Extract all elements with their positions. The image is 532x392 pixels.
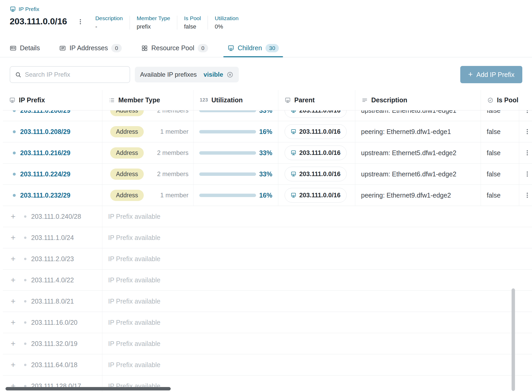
cell-ip-prefix: 203.111.0.224/29 <box>3 164 102 184</box>
add-available-prefix-button[interactable]: + <box>9 255 17 263</box>
add-available-prefix-button[interactable]: + <box>9 339 17 348</box>
tab-label: Children <box>238 44 262 52</box>
cell-parent: 203.111.0.0/16 <box>278 142 355 163</box>
parent-chip-label: 203.111.0.0/16 <box>299 170 341 178</box>
title-kebab-menu-button[interactable] <box>76 18 84 26</box>
member-type-badge: Address <box>110 147 144 159</box>
column-header-actions <box>519 90 532 110</box>
kebab-icon <box>524 149 531 156</box>
meta-is-pool: Is Pool false <box>184 15 201 30</box>
meta-value: false <box>184 23 201 30</box>
prefix-icon <box>9 97 15 103</box>
cell-ip-prefix: + 203.111.32.0/19 <box>3 333 102 354</box>
column-label: Parent <box>294 96 315 104</box>
available-prefix: 203.111.2.0/23 <box>31 255 74 263</box>
member-type-badge: Address <box>110 169 144 180</box>
grid-icon <box>141 45 148 52</box>
tab-ip-addresses[interactable]: IP Addresses 0 <box>55 39 126 57</box>
breadcrumb[interactable]: IP Prefix <box>10 5 39 13</box>
ip-prefix-link[interactable]: 203.111.0.232/29 <box>20 192 70 199</box>
cell-utilization: 16% <box>193 121 278 142</box>
available-label: IP Prefix available <box>108 255 160 263</box>
filter-label: Available IP prefixes <box>140 71 197 78</box>
parent-chip[interactable]: 203.111.0.0/16 <box>285 167 347 181</box>
tab-details[interactable]: Details <box>5 39 44 57</box>
tab-count-badge: 0 <box>111 44 122 52</box>
parent-chip-label: 203.111.0.0/16 <box>299 192 341 199</box>
cell-is-pool: false <box>481 142 519 163</box>
ip-prefix-link[interactable]: 203.111.0.224/29 <box>20 170 70 178</box>
horizontal-scrollbar-thumb[interactable] <box>5 387 171 390</box>
prefix-icon <box>291 129 296 135</box>
cell-is-pool: false <box>481 164 519 184</box>
member-count: 1 member <box>160 128 189 135</box>
parent-chip[interactable]: 203.111.0.0/16 <box>285 188 347 203</box>
plus-icon: + <box>468 70 473 78</box>
cell-parent: 203.111.0.0/16 <box>278 121 355 142</box>
remove-filter-button[interactable] <box>226 71 234 78</box>
row-kebab-menu-button[interactable] <box>523 170 532 178</box>
member-type-badge: Address <box>110 126 144 137</box>
table-row-available: + 203.111.0.240/28 IP Prefix available <box>3 206 532 227</box>
cell-is-pool: false <box>481 121 519 142</box>
ip-prefix-link[interactable]: 203.111.0.216/29 <box>20 149 70 157</box>
page-header: IP Prefix 203.111.0.0/16 Description - M… <box>0 0 532 30</box>
add-available-prefix-button[interactable]: + <box>9 361 17 369</box>
available-label: IP Prefix available <box>108 298 160 305</box>
prefix-icon <box>291 171 296 177</box>
member-count: 2 members <box>157 170 189 178</box>
row-kebab-menu-button[interactable] <box>523 148 532 157</box>
status-dot <box>24 279 26 281</box>
meta-divider <box>177 16 177 30</box>
utilization-bar <box>199 151 256 155</box>
table-row: 203.111.0.216/29 Address 2 members 33% 2… <box>3 142 532 164</box>
add-available-prefix-button[interactable]: + <box>9 212 17 221</box>
table-row-available: + 203.111.1.0/24 IP Prefix available <box>3 227 532 248</box>
meta-value: prefix <box>137 23 170 30</box>
search-input[interactable] <box>25 71 125 78</box>
cell-ip-prefix: 203.111.0.232/29 <box>3 185 102 206</box>
utilization-percent: 33% <box>259 149 272 157</box>
cell-member-type: Address 1 member <box>102 121 193 142</box>
available-prefix: 203.111.1.0/24 <box>31 234 74 242</box>
member-type-badge: Address <box>110 190 144 201</box>
cell-is-pool: false <box>481 185 519 206</box>
parent-chip[interactable]: 203.111.0.0/16 <box>285 124 347 139</box>
cell-available-label: IP Prefix available <box>102 248 532 269</box>
add-available-prefix-button[interactable]: + <box>9 276 17 284</box>
meta-value: 0% <box>215 23 239 30</box>
available-label: IP Prefix available <box>108 361 160 369</box>
table-row: 203.111.0.208/29 Address 1 member 16% 20… <box>3 121 532 142</box>
column-label: Is Pool <box>497 96 518 104</box>
tab-resource-pool[interactable]: Resource Pool 0 <box>137 39 212 57</box>
kebab-icon <box>77 18 84 25</box>
is-pool-value: false <box>487 192 501 199</box>
cell-parent: 203.111.0.0/16 <box>278 185 355 206</box>
add-available-prefix-button[interactable]: + <box>9 318 17 327</box>
cell-ip-prefix: + 203.111.4.0/22 <box>3 270 102 290</box>
status-dot <box>13 152 16 154</box>
children-table: IP Prefix Member Type 123 Utilization Pa… <box>3 90 532 392</box>
tab-label: Details <box>20 44 40 52</box>
add-available-prefix-button[interactable]: + <box>9 233 17 242</box>
cell-utilization: 33% <box>193 142 278 163</box>
parent-chip[interactable]: 203.111.0.0/16 <box>285 145 347 160</box>
filter-chip[interactable]: Available IP prefixes visible <box>135 67 239 82</box>
member-count: 2 members <box>157 149 189 156</box>
cell-description: peering: Ethernet9.dfw1-edge1 <box>355 121 481 142</box>
meta-description: Description - <box>95 15 123 30</box>
breadcrumb-label: IP Prefix <box>19 6 39 12</box>
row-kebab-menu-button[interactable] <box>523 127 532 136</box>
tab-children[interactable]: Children 30 <box>223 39 283 57</box>
row-kebab-menu-button[interactable] <box>523 191 532 200</box>
add-ip-prefix-button[interactable]: + Add IP Prefix <box>460 66 522 83</box>
meta-divider <box>130 16 130 30</box>
utilization-bar <box>199 172 256 176</box>
page-title: 203.111.0.0/16 <box>10 15 67 27</box>
parent-chip-label: 203.111.0.0/16 <box>299 149 341 156</box>
column-label: Utilization <box>212 96 243 104</box>
add-available-prefix-button[interactable]: + <box>9 297 17 305</box>
ip-prefix-link[interactable]: 203.111.0.208/29 <box>20 128 70 136</box>
available-label: IP Prefix available <box>108 234 160 242</box>
vertical-scrollbar-thumb[interactable] <box>512 288 515 391</box>
